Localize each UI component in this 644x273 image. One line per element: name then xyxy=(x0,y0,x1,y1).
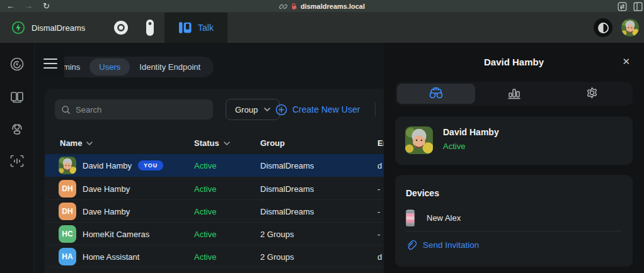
table-row[interactable]: DHDave HambyActiveDismalDreams- xyxy=(45,177,384,199)
cell-group: DismalDreams xyxy=(260,154,314,177)
tab-switcher-icon[interactable] xyxy=(618,2,627,11)
menu-button[interactable] xyxy=(37,49,64,77)
cell-name: DHDave Hamby xyxy=(59,200,130,223)
cell-status: Active xyxy=(194,177,216,200)
avatar-initials: DH xyxy=(59,180,76,198)
paperclip-icon xyxy=(406,240,417,250)
app-header: DismalDreams Talk xyxy=(0,13,644,43)
devices-title: Devices xyxy=(406,188,439,198)
tab-identity-endpoint[interactable]: Identity Endpoint xyxy=(130,58,210,75)
sort-chevron-icon xyxy=(224,142,230,145)
profile-card: David Hamby Active xyxy=(395,116,633,165)
column-header-group: Group xyxy=(260,138,285,148)
cell-name: HCHomeKit Cameras xyxy=(59,223,149,245)
sidebar-item-doorbell-camera[interactable] xyxy=(4,52,30,77)
profile-status: Active xyxy=(443,142,465,151)
reload-icon[interactable]: ↻ xyxy=(43,2,50,10)
column-header-status[interactable]: Status xyxy=(194,138,230,148)
table-row[interactable]: HCHomeKit CamerasActive2 Groups- xyxy=(45,222,384,245)
toolbar-divider xyxy=(375,103,376,116)
sidebar-item-voice[interactable] xyxy=(4,148,30,174)
user-avatar[interactable] xyxy=(621,19,639,36)
panel-tab-gear[interactable] xyxy=(553,84,631,104)
link-icon xyxy=(279,3,287,11)
talk-tab[interactable]: Talk xyxy=(164,13,227,43)
talk-icon xyxy=(178,21,192,34)
avatar-initials: DH xyxy=(59,203,76,220)
cell-status: Active xyxy=(194,154,216,177)
avatar-initials: HC xyxy=(59,225,76,243)
users-table: David HambyYOUActiveDismalDreamsdDHDave … xyxy=(45,154,384,267)
table-row[interactable]: HAHome AssistantActive2 Groupsd xyxy=(45,245,384,267)
doorbell-device-icon[interactable] xyxy=(135,13,164,43)
cell-email: - xyxy=(377,200,380,223)
send-invitation-label: Send Invitation xyxy=(423,240,479,250)
talk-label: Talk xyxy=(198,23,214,33)
send-invitation-button[interactable]: Send Invitation xyxy=(406,240,479,250)
main-content: AdminsUsersIdentity Endpoint Group Creat… xyxy=(35,43,384,273)
cell-name: HAHome Assistant xyxy=(59,245,139,268)
device-name: New Alex xyxy=(427,213,461,223)
panel-tab-binoculars[interactable] xyxy=(397,84,475,104)
tab-users[interactable]: Users xyxy=(89,58,130,75)
bar-chart-icon xyxy=(507,87,521,101)
cell-status: Active xyxy=(194,223,216,245)
cell-group: 2 Groups xyxy=(260,245,294,268)
search-box[interactable] xyxy=(55,99,213,120)
you-badge: YOU xyxy=(138,160,163,170)
browser-toolbar: ← → ↻ dismaldreams.local xyxy=(0,0,644,13)
cell-group: 2 Groups xyxy=(260,223,294,245)
panel-tab-bar-chart[interactable] xyxy=(475,84,553,104)
hamburger-icon xyxy=(43,58,57,60)
plus-circle-icon xyxy=(275,104,287,116)
cell-group: DismalDreams xyxy=(260,177,314,200)
cell-email: - xyxy=(377,223,380,245)
search-input[interactable] xyxy=(76,105,207,114)
users-card: Group Create New User NameStatusGroupEma… xyxy=(45,89,384,273)
device-icon xyxy=(406,209,415,226)
group-filter-label: Group xyxy=(235,105,258,114)
avatar-initials: HA xyxy=(59,248,76,265)
profile-name: David Hamby xyxy=(443,127,499,137)
binoculars-icon xyxy=(428,87,444,101)
panel-segmented-tabs xyxy=(395,82,633,106)
app-window: ← → ↻ dismaldreams.local DismalDreams T xyxy=(0,0,644,273)
dark-mode-toggle[interactable] xyxy=(594,18,612,37)
cell-status: Active xyxy=(194,245,216,268)
cell-status: Active xyxy=(194,200,216,223)
cell-name: DHDave Hamby xyxy=(59,177,130,200)
sidebar-item-stations[interactable] xyxy=(4,85,30,110)
detail-panel: David Hamby ✕ David Hamby Active Devices… xyxy=(384,43,644,273)
column-header-name[interactable]: Name xyxy=(60,138,93,148)
close-icon[interactable]: ✕ xyxy=(622,56,630,67)
device-row[interactable]: New Alex xyxy=(406,205,622,231)
cell-group: DismalDreams xyxy=(260,200,314,223)
avatar xyxy=(405,126,433,154)
section-tabs: AdminsUsersIdentity Endpoint xyxy=(40,57,214,77)
avatar xyxy=(59,157,76,174)
brand: DismalDreams xyxy=(0,13,106,43)
table-header: NameStatusGroupEmail xyxy=(45,135,384,154)
address-bar[interactable]: dismaldreams.local xyxy=(0,0,644,13)
table-row[interactable]: David HambyYOUActiveDismalDreamsd xyxy=(45,154,384,177)
sidebar-item-people[interactable] xyxy=(4,116,30,142)
panel-title: David Hamby xyxy=(384,57,644,67)
devices-card: Devices New Alex Send Invitation xyxy=(395,175,633,267)
table-row[interactable]: DHDave HambyActiveDismalDreams- xyxy=(45,199,384,222)
forward-icon[interactable]: → xyxy=(25,2,33,10)
gear-icon xyxy=(585,86,599,101)
create-new-user-label: Create New User xyxy=(292,104,360,114)
create-new-user-button[interactable]: Create New User xyxy=(275,99,360,120)
group-filter-dropdown[interactable]: Group xyxy=(226,99,280,120)
insecure-lock-icon xyxy=(290,3,297,10)
chevron-down-icon xyxy=(264,108,270,111)
camera-lens-icon[interactable] xyxy=(106,13,135,43)
sort-chevron-icon xyxy=(86,142,93,145)
users-toolbar: Group Create New User xyxy=(45,89,384,130)
sidebar-split-icon[interactable] xyxy=(633,2,643,11)
brand-name: DismalDreams xyxy=(32,23,85,33)
contrast-icon xyxy=(597,22,609,34)
back-icon[interactable]: ← xyxy=(6,2,14,10)
brand-logo-icon xyxy=(11,21,25,35)
cell-email: d xyxy=(377,245,382,268)
